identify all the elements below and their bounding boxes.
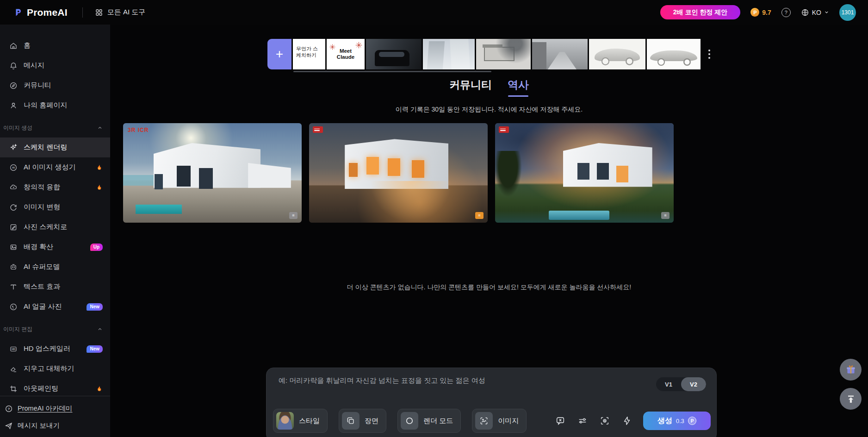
scene-chip[interactable]: 장면: [339, 409, 386, 433]
send-message-link[interactable]: 메시지 보내기: [0, 417, 110, 434]
strip-more-menu[interactable]: [704, 45, 714, 63]
eye-scan-icon[interactable]: [600, 416, 610, 426]
sidebar-item-photo-to-sketch[interactable]: 사진 스케치로: [0, 217, 110, 237]
thumb-text-line: 무언가 스: [296, 45, 325, 52]
style-chip[interactable]: 스타일: [273, 409, 328, 433]
promeai-logo[interactable]: PromeAI: [14, 7, 68, 18]
svg-text:AI: AI: [12, 166, 15, 169]
language-label: KO: [812, 9, 821, 16]
send-icon: [5, 422, 13, 430]
history-image-3[interactable]: ≡: [495, 123, 674, 223]
thumbnail-towers[interactable]: [423, 39, 475, 69]
tab-history[interactable]: 역사: [508, 78, 529, 92]
thumbnail-house-sketch[interactable]: [476, 39, 531, 69]
project-thumbnail-strip: + 무언가 스 케치하기 Meet Claude: [267, 39, 701, 69]
arrow-up-icon: [845, 393, 856, 405]
multi-image-badge[interactable]: ≡: [661, 212, 670, 219]
image-chip[interactable]: 이미지: [472, 409, 527, 433]
prompt-input[interactable]: [278, 375, 645, 404]
image-logo-badge: [499, 126, 509, 133]
sidebar-item-text-effects[interactable]: 텍스트 효과: [0, 277, 110, 297]
lightning-icon[interactable]: [622, 416, 632, 426]
thumbnail-sportscar-sketch[interactable]: [647, 39, 701, 69]
prompt-panel-toolbar: 스타일 장면 렌더 모드: [273, 409, 711, 433]
sidebar-item-background-diffusion[interactable]: 배경 확산 Up: [0, 237, 110, 257]
sidebar-item-label: 홈: [24, 41, 103, 50]
history-image-2[interactable]: ≡: [309, 123, 488, 223]
footer-item-label: 메시지 보내기: [18, 421, 60, 430]
double-coin-promo-button[interactable]: 2배 코인 한정 제안: [660, 5, 740, 19]
header-divider: [82, 7, 83, 18]
thumb-text-line: Claude: [337, 54, 354, 60]
generate-button[interactable]: 생성 0.3 P: [643, 412, 711, 430]
negative-prompt-icon[interactable]: [555, 416, 565, 426]
eraser-icon: [9, 365, 18, 373]
multi-image-badge[interactable]: ≡: [289, 212, 298, 219]
section-image-generation[interactable]: 이미지 생성: [0, 115, 110, 137]
section-title: 이미지 생성: [3, 124, 97, 132]
sidebar-item-my-homepage[interactable]: 나의 홈페이지: [0, 95, 110, 115]
section-image-editing[interactable]: 이미지 편집: [0, 317, 110, 339]
svg-text:HD: HD: [12, 348, 15, 350]
sidebar-item-ai-face-photo[interactable]: AI 얼굴 사진 New: [0, 297, 110, 317]
help-icon[interactable]: ?: [781, 8, 791, 17]
thumbnail-black-van[interactable]: [366, 39, 422, 69]
upload-to-top-button[interactable]: [840, 388, 862, 410]
coin-value: 9.7: [762, 9, 771, 16]
sidebar-item-ai-image-generator[interactable]: AI AI 이미지 생성기: [0, 157, 110, 177]
image-type-badge[interactable]: ≡: [475, 212, 484, 219]
window-shape: [177, 166, 191, 187]
road-shape: [548, 52, 577, 69]
promo-label: 2배 코인 한정 제안: [673, 8, 727, 17]
sidebar-item-sketch-rendering[interactable]: 스케치 렌더링: [0, 137, 110, 157]
sidebar-item-label: HD 업스케일러: [24, 344, 81, 353]
sidebar-item-home[interactable]: 홈: [0, 36, 110, 56]
strip-scrollbar[interactable]: [293, 71, 491, 72]
all-ai-tools-button[interactable]: 모든 AI 도구: [95, 8, 146, 17]
sidebar-item-ai-supermodel[interactable]: AI 슈퍼모델: [0, 257, 110, 277]
sidebar-item-creative-fusion[interactable]: 창의적 융합: [0, 177, 110, 197]
promeai-academy-link[interactable]: ? PromeAI 아카데미: [0, 400, 110, 417]
thumbnail-car-sketch[interactable]: [589, 39, 645, 69]
thumbnail-street-photo[interactable]: [532, 39, 588, 69]
new-project-button[interactable]: +: [267, 39, 291, 69]
robot-icon: [9, 263, 18, 271]
language-selector[interactable]: KO: [801, 8, 829, 17]
sidebar-item-label: AI 이미지 생성기: [24, 163, 90, 172]
version-v2-button[interactable]: V2: [681, 377, 706, 391]
sidebar: 홈 메시지 커뮤니티 나의 홈페이지 이미지 생성 스케치 렌더링 AI AI …: [0, 25, 110, 437]
cost-coin-icon: P: [688, 417, 696, 425]
sliders-icon[interactable]: [577, 416, 588, 426]
top-header: PromeAI 모든 AI 도구 2배 코인 한정 제안 P 9.7 ?: [0, 0, 868, 25]
user-avatar[interactable]: 1301: [839, 4, 856, 21]
tab-community[interactable]: 커뮤니티: [449, 78, 492, 92]
chevron-up-icon: [97, 326, 103, 332]
sidebar-item-erase-replace[interactable]: 지우고 대체하기: [0, 359, 110, 379]
grid-icon: [95, 8, 103, 17]
house-shape: [154, 143, 261, 188]
sidebar-item-messages[interactable]: 메시지: [0, 56, 110, 75]
coin-balance[interactable]: P 9.7: [750, 8, 771, 17]
history-image-1[interactable]: 3R ICR ≡: [123, 123, 302, 223]
rewards-gift-button[interactable]: [840, 359, 862, 381]
compass-icon: [9, 81, 18, 90]
thumbnail-sketch-prompt[interactable]: 무언가 스 케치하기: [293, 39, 325, 69]
globe-icon: [801, 8, 809, 17]
all-tools-label: 모든 AI 도구: [107, 8, 146, 17]
generated-house-image: [123, 123, 302, 223]
sidebar-item-hd-upscaler[interactable]: HD HD 업스케일러 New: [0, 339, 110, 359]
version-v1-button[interactable]: V1: [656, 377, 681, 391]
chevron-up-icon: [97, 125, 103, 131]
sidebar-item-image-variation[interactable]: 이미지 변형: [0, 197, 110, 217]
sidebar-item-label: 텍스트 효과: [24, 282, 103, 291]
chip-label: 스타일: [299, 417, 320, 425]
sidebar-item-community[interactable]: 커뮤니티: [0, 75, 110, 95]
pool-shape: [549, 211, 609, 219]
header-right: 2배 코인 한정 제안 P 9.7 ? KO 1301: [660, 4, 868, 21]
render-mode-chip[interactable]: 렌더 모드: [397, 409, 461, 433]
prompt-panel: V1 V2 스타일 장면 렌더 모드: [266, 368, 717, 437]
content-tabs: 커뮤니티 역사: [110, 78, 868, 92]
van-shape: [375, 50, 409, 67]
thumbnail-meet-claude[interactable]: Meet Claude: [327, 39, 365, 69]
house-shape: [563, 143, 652, 187]
